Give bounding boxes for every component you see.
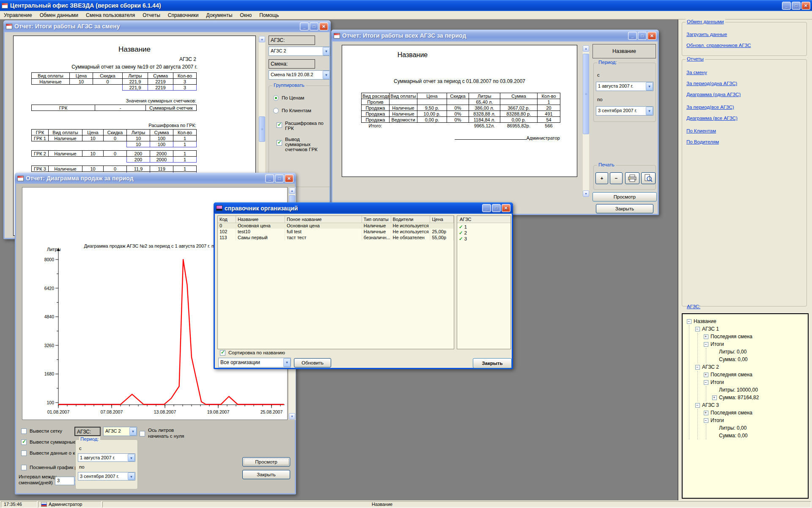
tree-node-station[interactable]: АГЗС 1 xyxy=(695,325,808,333)
app-close-button[interactable]: ✕ xyxy=(801,2,810,10)
maximize-button[interactable]: □ xyxy=(638,32,647,40)
tree-node-last-shift[interactable]: Последняя смена xyxy=(704,333,808,340)
tree-node-label[interactable]: Последняя смена xyxy=(710,334,752,340)
sidebar-link[interactable]: Диаграмма (одна АГЗС) xyxy=(686,92,807,97)
zoom-out-button[interactable]: − xyxy=(610,172,623,184)
close-organizations-button[interactable]: Закрыть xyxy=(473,358,512,368)
tree-node-liters[interactable]: Литры: 10000,00 xyxy=(712,386,808,394)
menu-item[interactable]: Обмен данными xyxy=(36,11,82,19)
sidebar-link[interactable]: Загрузить данные xyxy=(686,32,807,37)
chevron-down-icon[interactable]: ▼ xyxy=(323,47,330,55)
tree-node-station[interactable]: АГЗС 2 xyxy=(695,363,808,371)
checkbox-show-grid[interactable] xyxy=(21,428,27,434)
close-button[interactable]: ✕ xyxy=(319,22,328,30)
scroll-thumb[interactable] xyxy=(259,116,265,142)
tree-node-liters[interactable]: Литры: 0,00 xyxy=(712,348,808,356)
menu-item[interactable]: Помощь xyxy=(255,11,283,19)
checkbox-grk-detail[interactable] xyxy=(277,122,282,128)
tree-node-sum[interactable]: Сумма: 87164,82 xyxy=(712,394,808,401)
collapse-icon[interactable] xyxy=(695,327,700,331)
preview-button[interactable]: Просмотр xyxy=(593,192,657,202)
chevron-down-icon[interactable]: ▼ xyxy=(283,358,291,367)
tree-node-label[interactable]: Итоги xyxy=(710,417,724,423)
print-preview-button[interactable] xyxy=(641,172,656,184)
tree-node-label[interactable]: Литры: 0,00 xyxy=(719,425,746,431)
date-from-combo[interactable]: 1 августа 2007 г. ▼ xyxy=(596,82,653,91)
checkbox-sort-by-name[interactable] xyxy=(220,350,225,356)
interval-input[interactable]: 3 xyxy=(55,477,74,485)
menu-item[interactable]: Справочники xyxy=(164,11,203,19)
app-maximize-button[interactable]: □ xyxy=(792,2,801,10)
date-to-combo[interactable]: 3 сентября 2007 г. ▼ xyxy=(78,472,135,480)
chevron-down-icon[interactable]: ▼ xyxy=(128,454,135,461)
collapse-icon[interactable] xyxy=(687,319,691,324)
expand-icon[interactable] xyxy=(704,373,708,377)
scroll-thumb[interactable] xyxy=(583,54,589,134)
checkbox-counters-output[interactable] xyxy=(277,140,282,146)
sidebar-link[interactable]: По Водителям xyxy=(686,139,807,144)
tree-node-label[interactable]: Итоги xyxy=(710,379,724,385)
window-shift-report-titlebar[interactable]: Отчет: Итоги работы АГЗС за смену _ □ ✕ xyxy=(3,20,331,32)
minimize-button[interactable]: _ xyxy=(300,22,309,30)
tree-node-totals[interactable]: Итоги xyxy=(704,340,808,348)
tree-node-sum[interactable]: Сумма: 0,00 xyxy=(712,356,808,363)
tree-node-label[interactable]: Последняя смена xyxy=(710,372,752,378)
radio-by-prices[interactable] xyxy=(273,95,279,101)
tree-node-label[interactable]: Итоги xyxy=(710,341,724,347)
close-button[interactable]: ✕ xyxy=(285,174,294,182)
expand-icon[interactable] xyxy=(704,334,708,339)
expand-icon[interactable] xyxy=(704,411,708,415)
shift-combo[interactable]: Смена №19 20.08.2 ▼ xyxy=(269,70,330,80)
tree-node-label[interactable]: Последняя смена xyxy=(710,410,752,416)
organization-filter-combo[interactable]: Все организации ▼ xyxy=(218,358,291,367)
expand-icon[interactable] xyxy=(712,395,717,400)
sidebar-link[interactable]: За смену xyxy=(686,70,807,75)
agzs-combo[interactable]: АГЗС 2 ▼ xyxy=(103,427,137,436)
menu-item[interactable]: Управление xyxy=(0,11,36,19)
sidebar-link[interactable]: По Клиентам xyxy=(686,128,807,133)
scroll-up-icon[interactable]: ▲ xyxy=(583,45,589,52)
radio-by-clients[interactable] xyxy=(273,108,279,113)
window-period-report-titlebar[interactable]: Отчет: Итоги работы всех АГЗС за период … xyxy=(331,30,659,41)
scroll-down-icon[interactable]: ▼ xyxy=(289,413,295,420)
tree-node-label[interactable]: Сумма: 87164,82 xyxy=(719,395,759,400)
period-report-scrollbar[interactable]: ▲ ▼ xyxy=(582,45,590,197)
tree-node-label[interactable]: Литры: 10000,00 xyxy=(719,387,758,393)
chevron-down-icon[interactable]: ▼ xyxy=(646,107,653,115)
collapse-icon[interactable] xyxy=(704,380,708,385)
menu-item[interactable]: Отчеты xyxy=(139,11,164,19)
tree-node-label[interactable]: Название xyxy=(694,318,716,324)
tree-node-label[interactable]: АГЗС 2 xyxy=(702,364,719,370)
zoom-in-button[interactable]: + xyxy=(595,172,608,184)
tree-node-liters[interactable]: Литры: 0,00 xyxy=(712,424,808,432)
sidebar-link[interactable]: Диаграмма (все АГЗС) xyxy=(686,116,807,121)
checkbox-show-summary[interactable] xyxy=(21,439,27,445)
chevron-down-icon[interactable]: ▼ xyxy=(646,82,653,91)
chevron-down-icon[interactable]: ▼ xyxy=(323,71,330,79)
agzs-check-item[interactable]: 3 xyxy=(459,236,509,242)
window-organizations-titlebar[interactable]: справочник организаций _ □ ✕ xyxy=(214,202,513,214)
tree-node-totals[interactable]: Итоги xyxy=(704,378,808,386)
scroll-up-icon[interactable]: ▲ xyxy=(259,36,265,42)
sidebar-link[interactable]: Обновл. справочников АГЗС xyxy=(686,43,807,48)
preview-button[interactable]: Просмотр xyxy=(242,457,290,467)
tree-node-root[interactable]: Название xyxy=(687,318,808,325)
maximize-button[interactable]: □ xyxy=(275,174,284,182)
minimize-button[interactable]: _ xyxy=(265,174,274,182)
tree-node-station[interactable]: АГЗС 3 xyxy=(695,401,808,409)
tree-node-totals[interactable]: Итоги xyxy=(704,417,808,424)
tree-node-last-shift[interactable]: Последняя смена xyxy=(704,371,808,378)
organizations-table[interactable]: КодНазваниеПоное названиеТип оплатыВодит… xyxy=(217,215,454,349)
reports-group-title[interactable]: Отчеты xyxy=(686,56,705,61)
maximize-button[interactable]: □ xyxy=(492,204,501,212)
exchange-group-title[interactable]: Обмен данными xyxy=(686,19,725,24)
close-button[interactable]: ✕ xyxy=(502,204,510,212)
menu-item[interactable]: Смена пользователя xyxy=(82,11,139,19)
tree-node-label[interactable]: АГЗС 1 xyxy=(702,326,719,332)
date-to-combo[interactable]: 3 сентября 2007 г. ▼ xyxy=(596,106,653,116)
agzs-checklist[interactable]: АГЗС 123 xyxy=(457,215,511,349)
agzs-combo[interactable]: АГЗС 2 ▼ xyxy=(269,47,330,56)
app-minimize-button[interactable]: _ xyxy=(782,2,791,10)
collapse-icon[interactable] xyxy=(695,403,700,408)
tree-node-label[interactable]: АГЗС 3 xyxy=(702,402,719,408)
